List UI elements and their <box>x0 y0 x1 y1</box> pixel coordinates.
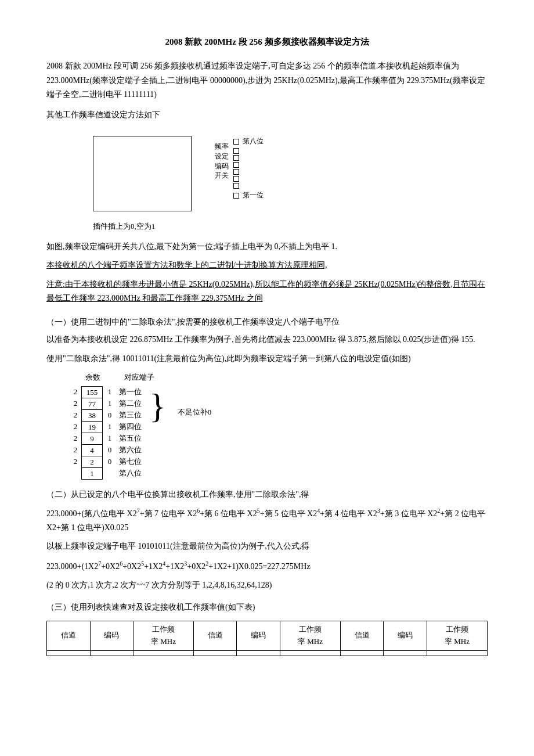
section2-text3: 223.0000+(1X27+0X26+0X25+1X24+1X23+0X22+… <box>46 559 488 574</box>
bit8-square <box>233 139 239 145</box>
desc-d2: 本接收机的八个端子频率设置方法和数学上的二进制/十进制换算方法原理相同, <box>46 258 488 273</box>
row7-divisor: 2 <box>70 456 81 467</box>
row6-dividend: 4 <box>82 445 103 456</box>
row5-label: 第五位 <box>117 433 146 444</box>
row6-remainder: 0 <box>103 444 117 456</box>
row6-label: 第六位 <box>117 444 146 456</box>
row1-label: 第一位 <box>117 386 146 398</box>
row2-label: 第二位 <box>117 398 146 409</box>
row1-dividend: 155 <box>82 387 103 398</box>
diagram-caption: 插件插上为0,空为1 <box>93 221 488 233</box>
row3-divisor: 2 <box>70 409 81 421</box>
row3-dividend: 38 <box>82 410 103 422</box>
row7-dividend: 2 <box>82 456 103 468</box>
table-header-remainder: 余数 <box>70 372 116 384</box>
row8-label: 第八位 <box>117 467 146 479</box>
col-header-channel1: 信道 <box>47 621 91 650</box>
table-row <box>47 650 488 656</box>
diagram-section: 频率 设定 编码 开关 第八位 <box>46 131 488 211</box>
row2-remainder: 1 <box>103 398 117 409</box>
bit3-square <box>233 176 239 182</box>
col-header-code2: 编码 <box>237 621 280 650</box>
bit4-square <box>233 169 239 175</box>
col-header-channel2: 信道 <box>193 621 237 650</box>
col-header-code1: 编码 <box>90 621 134 650</box>
row1-divisor: 2 <box>70 386 81 398</box>
bit5-square <box>233 162 239 168</box>
row5-remainder: 1 <box>103 433 117 444</box>
supplement-note: 不足位补0 <box>178 406 212 419</box>
desc-d1: 如图,频率设定编码开关共八位,最下处为第一位;端子插上电平为 0,不插上为电平 … <box>46 240 488 254</box>
col-header-freq3: 工作频率 MHz <box>427 621 487 650</box>
row8-dividend: 1 <box>82 468 103 480</box>
bit6-square <box>233 155 239 161</box>
intro-p1: 2008 新款 200MHz 段可调 256 频多频接收机通过频率设定端子,可自… <box>46 59 488 102</box>
row4-remainder: 1 <box>103 421 117 433</box>
col-header-freq1: 工作频率 MHz <box>134 621 194 650</box>
row1-remainder: 1 <box>103 386 117 398</box>
row4-dividend: 19 <box>82 422 103 433</box>
section1-text1: 以准备为本接收机设定 226.875MHz 工作频率为例子,首先将此值减去 22… <box>46 333 488 347</box>
row7-label: 第七位 <box>117 456 146 467</box>
desc-d3: 注意:由于本接收机的频率步进最小值是 25KHz(0.025MHz),所以能工作… <box>46 278 488 306</box>
col-header-code3: 编码 <box>384 621 427 650</box>
col-header-freq2: 工作频率 MHz <box>280 621 341 650</box>
row2-divisor: 2 <box>70 398 81 409</box>
row6-divisor: 2 <box>70 444 81 456</box>
channel-table: 信道 编码 工作频率 MHz 信道 编码 工作频率 MHz 信道 编码 工作频率… <box>46 621 488 656</box>
freq-label-line1: 频率 <box>215 142 229 152</box>
bit2-square <box>233 183 239 189</box>
freq-label-line2: 设定 <box>215 152 229 161</box>
row3-remainder: 0 <box>103 409 117 421</box>
bit8-label: 第八位 <box>243 136 264 147</box>
freq-label-line4: 开关 <box>215 171 229 181</box>
page-title: 2008 新款 200MHz 段 256 频多频接收器频率设定方法 <box>46 35 488 49</box>
calc-brace: } <box>149 388 166 480</box>
row4-divisor: 2 <box>70 421 81 433</box>
section1-text2: 使用"二除取余法",得 10011011(注意最前位为高位),此即为频率设定端子… <box>46 352 488 366</box>
row3-label: 第三位 <box>117 409 146 421</box>
row7-remainder: 0 <box>103 456 117 467</box>
col-header-channel3: 信道 <box>340 621 384 650</box>
row8-remainder <box>103 467 117 479</box>
row5-dividend: 9 <box>82 433 103 445</box>
section1-header: （一）使用二进制中的"二除取余法",按需要的接收机工作频率设定八个端子电平位 <box>46 315 488 330</box>
table-header-terminal: 对应端子 <box>116 372 163 384</box>
section2-header: （二）从已设定的八个电平位换算出接收机工作频率,使用"二除取余法",得 <box>46 488 488 502</box>
row2-dividend: 77 <box>82 398 103 410</box>
section2-text4: (2 的 0 次方,1 次方,2 次方~~7 次方分别等于 1,2,4,8,16… <box>46 578 488 593</box>
section2-text1: 223.0000+(第八位电平 X27+第 7 位电平 X26+第 6 位电平 … <box>46 506 488 535</box>
bit1-square <box>233 193 239 199</box>
calc-table-section: 余数 对应端子 2 2 2 2 2 2 2 155 <box>46 372 488 480</box>
row4-label: 第四位 <box>117 421 146 433</box>
bit7-square <box>233 148 239 154</box>
section2-text2: 以板上频率设定端子电平 10101011(注意最前位为高位)为例子,代入公式,得 <box>46 539 488 554</box>
intro-p2: 其他工作频率信道设定方法如下 <box>46 108 488 123</box>
row5-divisor: 2 <box>70 433 81 444</box>
bit1-label: 第一位 <box>243 190 264 201</box>
freq-label-line3: 编码 <box>215 161 229 171</box>
row8-divisor <box>70 467 81 479</box>
section3-header: （三）使用列表快速查对及设定接收机工作频率值(如下表) <box>46 600 488 615</box>
